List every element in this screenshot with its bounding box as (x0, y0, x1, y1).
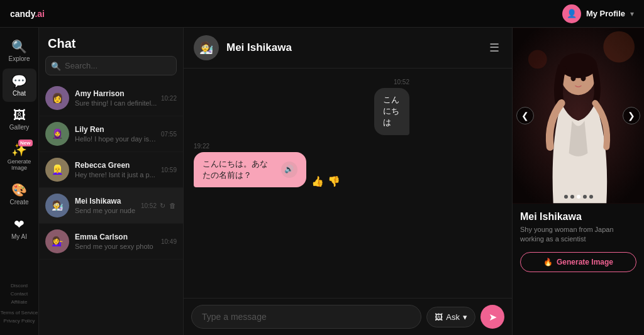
chat-info: Amy Harrison Sure thing! I can definitel… (75, 89, 157, 107)
chat-list-header: Chat (39, 28, 183, 56)
contact-name: Emma Carlson (75, 233, 157, 241)
avatar: 🧑‍🔬 (194, 35, 219, 60)
message-time: 10:52 (394, 79, 409, 85)
sidebar-item-generate[interactable]: New ✨ Generate Image (3, 137, 36, 176)
sidebar-item-label: Gallery (9, 124, 30, 131)
carousel-dots (564, 195, 593, 199)
sidebar-item-create[interactable]: 🎨 Create (3, 177, 36, 211)
top-bar: candy.ai 👤 My Profile ▾ (0, 0, 644, 28)
sidebar-item-explore[interactable]: 🔍 Explore (3, 34, 36, 67)
sidebar-item-label: Explore (9, 55, 30, 62)
sidebar-item-label: My AI (11, 233, 27, 240)
privacy-link[interactable]: Privacy Policy (4, 318, 35, 324)
contact-link[interactable]: Contact (11, 291, 28, 297)
chat-contact-name: Mei Ishikawa (226, 41, 487, 54)
right-panel-info: Mei Ishikawa Shy young woman from Japan … (513, 204, 644, 335)
avatar: 👤 (562, 4, 581, 23)
chevron-right-icon: ❯ (628, 111, 635, 121)
character-description: Shy young woman from Japan working as a … (520, 225, 636, 244)
refresh-icon[interactable]: ↻ (159, 201, 166, 211)
send-button[interactable]: ➤ (480, 305, 504, 329)
ask-button[interactable]: 🖼 Ask ▾ (426, 307, 475, 327)
messages-area: 10:52 こんにちは 19:22 こんにちは。あなたの名前は？ 🔊 (184, 69, 512, 298)
avatar: 👩 (45, 86, 69, 110)
message-preview: Hey there! Isnt it just a p... (75, 171, 157, 178)
list-item[interactable]: 💁‍♀️ Emma Carlson Send me your sexy phot… (39, 224, 183, 260)
sidebar-footer: Discord Contact Affiliate Terms of Servi… (1, 283, 38, 329)
sidebar-item-myai[interactable]: ❤ My AI (3, 212, 36, 245)
svg-point-5 (571, 75, 576, 81)
heart-icon: ❤ (14, 217, 25, 232)
message-preview: Sure thing! I can definitel... (75, 99, 157, 107)
list-item[interactable]: 🧕 Lily Ren Hello! I hope your day is g..… (39, 116, 183, 152)
generate-image-button[interactable]: 🔥 Generate Image (520, 252, 636, 272)
dot-active[interactable] (577, 195, 580, 199)
message-bubble: こんにちは。あなたの名前は？ 🔊 (194, 152, 306, 187)
sidebar-item-chat[interactable]: 💬 Chat (3, 69, 36, 102)
dot[interactable] (570, 195, 574, 199)
chat-input-area: 🖼 Ask ▾ ➤ (184, 298, 512, 335)
chat-info: Lily Ren Hello! I hope your day is g... (75, 125, 157, 143)
sidebar-item-label: Create (9, 199, 28, 206)
contact-name: Rebecca Green (75, 161, 157, 170)
sidebar-item-gallery[interactable]: 🖼 Gallery (3, 103, 36, 136)
search-icon: 🔍 (51, 61, 61, 70)
chat-info: Rebecca Green Hey there! Isnt it just a … (75, 161, 157, 178)
chat-icon: 💬 (11, 74, 27, 89)
image-icon: 🖼 (435, 312, 443, 322)
list-item[interactable]: 👩 Amy Harrison Sure thing! I can definit… (39, 80, 183, 116)
explore-icon: 🔍 (11, 39, 27, 54)
chat-info: Mei Ishikawa Send me your nude (75, 197, 137, 214)
chevron-down-icon: ▾ (463, 312, 467, 322)
delete-icon[interactable]: 🗑 (169, 201, 177, 211)
gallery-icon: 🖼 (13, 108, 26, 123)
message-bubble: こんにちは (374, 88, 409, 135)
chat-list: 👩 Amy Harrison Sure thing! I can definit… (39, 80, 183, 335)
discord-link[interactable]: Discord (11, 283, 28, 288)
message-row: こんにちは。あなたの名前は？ 🔊 👍 👎 (194, 152, 381, 187)
list-item[interactable]: 🧑‍🔬 Mei Ishikawa Send me your nude 10:52… (39, 188, 183, 224)
terms-link[interactable]: Terms of Service (1, 310, 38, 316)
message-preview: Hello! I hope your day is g... (75, 135, 157, 143)
chevron-left-icon: ❮ (521, 111, 529, 121)
profile-menu[interactable]: 👤 My Profile ▾ (562, 4, 634, 23)
thumbs-up-icon[interactable]: 👍 (311, 175, 324, 187)
contact-name: Amy Harrison (75, 89, 157, 98)
message-preview: Send me your sexy photo (75, 243, 157, 250)
avatar: 🧑‍🔬 (45, 194, 69, 217)
contact-name: Lily Ren (75, 125, 157, 134)
chat-actions: ↻ 🗑 (159, 201, 177, 211)
carousel-next-button[interactable]: ❯ (623, 107, 640, 124)
affiliate-link[interactable]: Affiliate (11, 299, 27, 305)
dot[interactable] (564, 195, 568, 199)
avatar: 👱‍♀️ (45, 158, 69, 182)
message-group: 10:52 こんにちは (194, 79, 409, 135)
dot[interactable] (583, 195, 587, 199)
chat-list-panel: Chat 🔍 👩 Amy Harrison Sure thing! I can … (39, 28, 184, 335)
list-item[interactable]: 👱‍♀️ Rebecca Green Hey there! Isnt it ju… (39, 152, 183, 188)
svg-point-2 (528, 50, 547, 69)
carousel-prev-button[interactable]: ❮ (516, 107, 534, 124)
menu-icon[interactable]: ☰ (487, 38, 502, 57)
right-panel: ❮ ❯ Mei Ishikawa Shy young woman from Ja… (512, 28, 644, 335)
dot[interactable] (589, 195, 593, 199)
svg-point-1 (603, 31, 635, 63)
svg-point-4 (560, 53, 597, 78)
create-icon: 🎨 (11, 182, 27, 197)
audio-button[interactable]: 🔊 (281, 162, 297, 178)
message-time: 10:59 (161, 167, 177, 173)
message-time: 07:55 (161, 131, 177, 138)
sidebar-item-label: Generate Image (5, 158, 34, 171)
avatar: 💁‍♀️ (45, 229, 69, 253)
character-image: ❮ ❯ (513, 28, 644, 204)
new-badge: New (18, 140, 32, 146)
thumbs-down-icon[interactable]: 👎 (328, 175, 340, 187)
search-input[interactable] (45, 56, 177, 75)
app-logo: candy.ai (10, 9, 45, 19)
message-time: 10:22 (161, 95, 177, 102)
message-group: 19:22 こんにちは。あなたの名前は？ 🔊 👍 👎 (194, 143, 409, 187)
contact-name: Mei Ishikawa (75, 197, 137, 206)
message-input[interactable] (191, 305, 421, 329)
generate-image-label: Generate Image (557, 258, 613, 266)
sidebar-item-label: Chat (13, 90, 26, 97)
